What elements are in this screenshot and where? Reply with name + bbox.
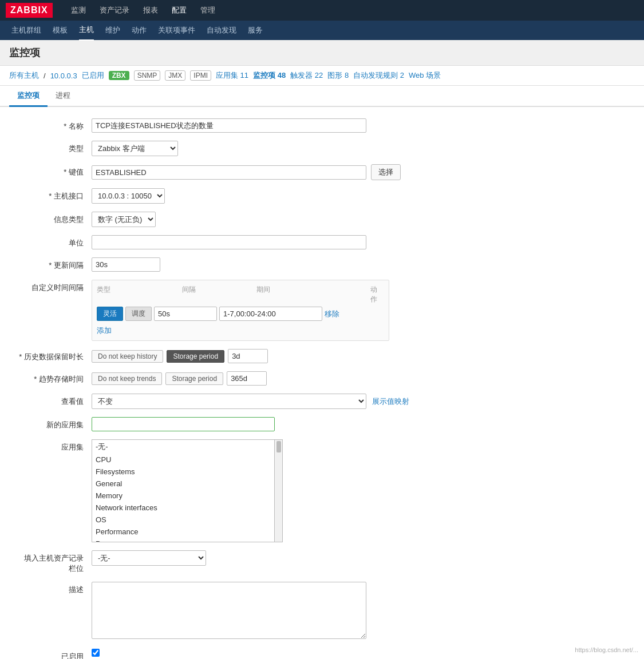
label-custom-interval: 自定义时间间隔: [17, 280, 92, 293]
nav-templates[interactable]: 模板: [53, 21, 68, 40]
label-appset: 应用集: [17, 439, 92, 452]
app-item-processes[interactable]: Processes: [92, 538, 274, 542]
nav-report[interactable]: 报表: [143, 0, 158, 21]
wrap-appset: -无- CPU Filesystems General Memory Netwo…: [92, 439, 627, 542]
row-key: * 键值 选择: [17, 164, 627, 180]
app-item-network[interactable]: Network interfaces: [92, 502, 274, 514]
wrap-key: 选择: [92, 164, 627, 180]
select-lookup[interactable]: 不变: [92, 394, 366, 409]
nav-asset[interactable]: 资产记录: [100, 0, 129, 21]
nav-actions[interactable]: 动作: [132, 21, 147, 40]
input-desc[interactable]: [92, 582, 366, 639]
wrap-type: Zabbix 客户端Zabbix 客户端(主动)SNMP v1SNMP v2SN…: [92, 141, 627, 156]
schedule-button[interactable]: 调度: [125, 307, 152, 321]
input-new-appset[interactable]: [92, 417, 275, 431]
breadcrumb-ip[interactable]: 10.0.0.3: [50, 72, 77, 80]
history-no-keep-button[interactable]: Do not keep history: [92, 350, 163, 363]
select-interface[interactable]: 10.0.0.3 : 10050: [92, 188, 165, 204]
wrap-lookup: 不变 展示值映射: [92, 394, 627, 409]
wrap-inventory: -无-: [92, 550, 627, 566]
jmx-tag[interactable]: JMX: [165, 70, 185, 81]
app-item-os[interactable]: OS: [92, 514, 274, 526]
input-history-value[interactable]: [228, 349, 268, 363]
input-name[interactable]: [92, 118, 366, 133]
input-key[interactable]: [92, 165, 366, 180]
nav-manage[interactable]: 管理: [200, 0, 215, 21]
lookup-mapping-link[interactable]: 展示值映射: [372, 396, 409, 407]
breadcrumb-triggers[interactable]: 触发器 22: [290, 70, 323, 81]
zbx-badge[interactable]: ZBX: [109, 71, 129, 80]
label-desc: 描述: [17, 582, 92, 595]
input-period[interactable]: [219, 307, 322, 321]
label-key: * 键值: [17, 164, 92, 177]
trend-no-keep-button[interactable]: Do not keep trends: [92, 372, 162, 385]
nav-monitor[interactable]: 监测: [71, 0, 86, 21]
wrap-name: [92, 118, 627, 133]
trend-storage-button[interactable]: Storage period: [165, 372, 223, 385]
add-link[interactable]: 添加: [97, 326, 112, 335]
wrap-info-type: 数字 (无正负)字符日志文本数字 (浮点数): [92, 212, 627, 227]
input-interval-custom[interactable]: [154, 307, 217, 321]
select-inventory[interactable]: -无-: [92, 550, 206, 566]
input-unit[interactable]: [92, 235, 366, 249]
breadcrumb-graphs[interactable]: 图形 8: [327, 70, 349, 81]
input-trend-value[interactable]: [227, 371, 267, 386]
tab-items[interactable]: 监控项: [9, 86, 48, 107]
breadcrumb-discovery[interactable]: 自动发现规则 2: [353, 70, 404, 81]
label-history: * 历史数据保留时长: [17, 349, 92, 362]
row-history: * 历史数据保留时长 Do not keep history Storage p…: [17, 349, 627, 363]
wrap-trend: Do not keep trends Storage period: [92, 371, 627, 386]
label-interface: * 主机接口: [17, 188, 92, 201]
wrap-new-appset: [92, 417, 627, 431]
row-interface: * 主机接口 10.0.0.3 : 10050: [17, 188, 627, 204]
label-info-type: 信息类型: [17, 212, 92, 225]
nav-discovery[interactable]: 自动发现: [207, 21, 236, 40]
wrap-unit: [92, 235, 627, 249]
top-navigation: ZABBIX 监测 资产记录 报表 配置 管理: [0, 0, 644, 21]
app-list-scrollbar[interactable]: [275, 439, 283, 542]
row-unit: 单位: [17, 235, 627, 249]
app-item-performance[interactable]: Performance: [92, 526, 274, 538]
app-item-none[interactable]: -无-: [92, 440, 274, 454]
nav-config[interactable]: 配置: [172, 0, 187, 21]
breadcrumb-items[interactable]: 监控项 48: [253, 70, 286, 81]
nav-hosts[interactable]: 主机: [79, 20, 94, 41]
row-type: 类型 Zabbix 客户端Zabbix 客户端(主动)SNMP v1SNMP v…: [17, 141, 627, 156]
wrap-enabled: [92, 649, 627, 658]
label-lookup: 查看值: [17, 394, 92, 407]
nav-correlation[interactable]: 关联项事件: [158, 21, 195, 40]
app-item-cpu[interactable]: CPU: [92, 454, 274, 466]
page-title: 监控项: [0, 40, 644, 66]
breadcrumb-web[interactable]: Web 场景: [409, 70, 441, 81]
breadcrumb-appset[interactable]: 应用集 11: [216, 70, 248, 81]
row-new-appset: 新的应用集: [17, 417, 627, 431]
ipmi-tag[interactable]: IPMI: [190, 70, 211, 81]
wrap-interface: 10.0.0.3 : 10050: [92, 188, 627, 204]
watermark: https://blog.csdn.net/...: [575, 646, 638, 653]
input-interval[interactable]: [92, 257, 160, 272]
tab-bar: 监控项 进程: [0, 86, 644, 107]
nav-services[interactable]: 服务: [248, 21, 263, 40]
breadcrumb-all-hosts[interactable]: 所有主机: [9, 70, 39, 81]
label-type: 类型: [17, 141, 92, 154]
key-select-button[interactable]: 选择: [371, 164, 401, 180]
nav-hostgroups[interactable]: 主机群组: [11, 21, 41, 40]
select-info-type[interactable]: 数字 (无正负)字符日志文本数字 (浮点数): [92, 212, 156, 227]
snmp-tag[interactable]: SNMP: [134, 70, 161, 81]
app-list[interactable]: -无- CPU Filesystems General Memory Netwo…: [92, 439, 275, 542]
remove-link[interactable]: 移除: [325, 309, 339, 319]
label-unit: 单位: [17, 235, 92, 248]
breadcrumb-enabled[interactable]: 已启用: [82, 70, 104, 81]
checkbox-enabled[interactable]: [92, 649, 100, 657]
row-desc: 描述: [17, 582, 627, 641]
col-header-action: 动作: [370, 285, 384, 304]
app-item-general[interactable]: General: [92, 478, 274, 490]
app-item-filesystems[interactable]: Filesystems: [92, 466, 274, 478]
app-item-memory[interactable]: Memory: [92, 490, 274, 502]
nav-maintenance[interactable]: 维护: [105, 21, 120, 40]
history-storage-button[interactable]: Storage period: [167, 350, 224, 363]
tab-process[interactable]: 进程: [48, 86, 78, 107]
wrap-desc: [92, 582, 627, 641]
flexible-button[interactable]: 灵活: [97, 307, 123, 321]
select-type[interactable]: Zabbix 客户端Zabbix 客户端(主动)SNMP v1SNMP v2SN…: [92, 141, 178, 156]
